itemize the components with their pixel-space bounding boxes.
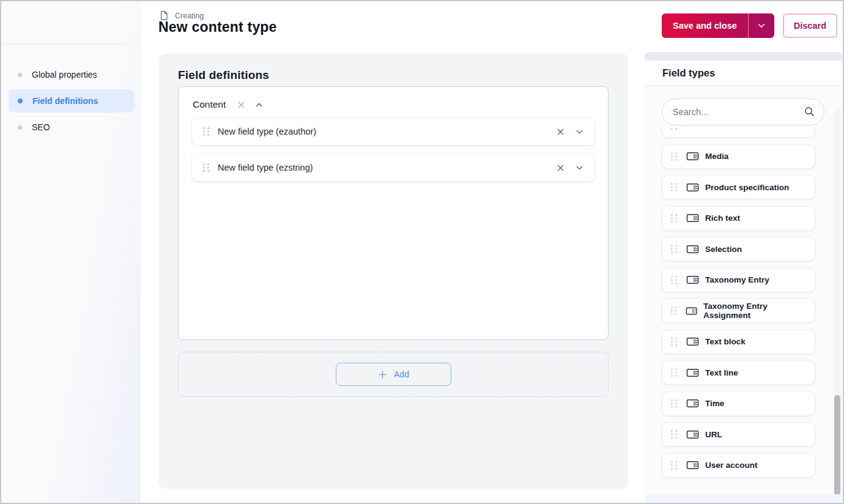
field-type-label: Time — [705, 399, 724, 408]
search-box — [662, 98, 824, 125]
sidebar-item-label: Field definitions — [32, 96, 98, 106]
field-type-label: Selection — [705, 245, 742, 254]
field-type-item-taxonomy-entry[interactable]: Taxonomy Entry — [662, 268, 815, 292]
sidebar-item-label: SEO — [32, 122, 50, 132]
group-name: Content — [193, 99, 226, 110]
field-group-header: Content — [179, 87, 608, 110]
field-type-label: Text line — [705, 368, 738, 377]
search-input[interactable] — [662, 98, 824, 125]
remove-field-icon[interactable] — [555, 127, 566, 137]
field-type-icon — [686, 336, 699, 347]
drag-handle-icon[interactable] — [202, 126, 210, 137]
save-split-button: Save and close — [662, 13, 774, 38]
field-type-label: Taxonomy Entry Assignment — [703, 302, 807, 320]
field-type-icon — [686, 429, 699, 440]
add-button-label: Add — [394, 369, 409, 379]
field-type-icon — [686, 368, 699, 378]
field-type-item-url[interactable]: URL — [662, 422, 815, 447]
sidebar-top-spacer — [1, 1, 141, 45]
field-type-icon — [686, 275, 699, 285]
field-type-item-text-line[interactable]: Text line — [662, 360, 815, 385]
field-type-item-rich-text[interactable]: Rich text — [662, 206, 815, 231]
field-type-icon — [686, 306, 697, 316]
left-sidebar: Global properties Field definitions SEO — [1, 1, 141, 503]
field-type-icon — [686, 244, 699, 254]
field-group-body: New field type (ezauthor) New field type… — [179, 110, 608, 181]
search-icon[interactable] — [804, 106, 815, 117]
drag-handle-icon[interactable] — [670, 127, 678, 131]
field-definition-label: New field type (ezauthor) — [218, 127, 316, 136]
sidebar-item-global-properties[interactable]: Global properties — [9, 63, 135, 86]
add-button[interactable]: Add — [336, 363, 451, 386]
field-type-label: Text block — [705, 337, 746, 346]
sidebar-item-field-definitions[interactable]: Field definitions — [9, 89, 135, 113]
collapse-group-icon[interactable] — [254, 100, 264, 110]
discard-button[interactable]: Discard — [783, 13, 837, 38]
field-definition-row[interactable]: New field type (ezstring) — [192, 154, 594, 181]
chevron-down-icon — [756, 20, 767, 31]
panel-title: Field types — [645, 61, 842, 86]
field-types-panel: Field types Media — [645, 52, 842, 494]
drag-handle-icon[interactable] — [670, 151, 678, 162]
drag-handle-icon[interactable] — [670, 213, 678, 224]
field-type-item-time[interactable]: Time — [662, 391, 815, 416]
field-type-item-text-block[interactable]: Text block — [662, 330, 815, 354]
field-type-icon — [686, 213, 699, 223]
remove-field-icon[interactable] — [555, 163, 566, 173]
section-title: Field definitions — [159, 54, 628, 82]
panel-top-cap — [645, 52, 842, 61]
field-type-item-product-specification[interactable]: Product specification — [662, 175, 815, 199]
field-definition-label: New field type (ezstring) — [218, 163, 313, 172]
field-type-label: Media — [705, 152, 728, 161]
drag-handle-icon[interactable] — [670, 460, 678, 471]
save-and-close-button[interactable]: Save and close — [662, 13, 748, 38]
field-type-label: Product specification — [705, 183, 789, 192]
field-types-list: Media Product specification Rich text — [645, 127, 827, 494]
drag-handle-icon[interactable] — [670, 305, 678, 316]
header-actions: Save and close Discard — [662, 13, 837, 38]
field-type-icon — [686, 151, 699, 161]
expand-field-icon[interactable] — [574, 127, 585, 137]
field-type-label: Taxonomy Entry — [705, 275, 769, 284]
field-type-label: Rich text — [705, 213, 740, 223]
bullet-icon — [18, 98, 23, 103]
panel-bottom-strip — [645, 494, 842, 504]
panel-scrollbar-thumb[interactable] — [834, 395, 840, 494]
field-definitions-card: Field definitions Content New field type… — [159, 54, 628, 489]
anchor-nav: Global properties Field definitions SEO — [1, 45, 141, 139]
sidebar-item-label: Global properties — [32, 70, 97, 80]
drag-handle-icon[interactable] — [202, 162, 210, 173]
field-group-content: Content New field type (ezauthor) New — [178, 86, 609, 340]
field-type-item-partial[interactable] — [662, 127, 815, 138]
drag-handle-icon[interactable] — [670, 398, 678, 409]
drag-handle-icon[interactable] — [670, 429, 678, 440]
top-bar: Creating New content type Save and close… — [141, 1, 843, 51]
drag-handle-icon[interactable] — [670, 243, 678, 254]
field-type-label: User account — [705, 461, 758, 470]
plus-icon — [377, 369, 388, 380]
field-type-item-media[interactable]: Media — [662, 144, 815, 169]
field-type-item-user-account[interactable]: User account — [662, 453, 815, 478]
drag-handle-icon[interactable] — [670, 182, 678, 193]
sidebar-item-seo[interactable]: SEO — [9, 116, 135, 139]
field-type-label: URL — [705, 430, 722, 439]
field-type-icon — [686, 398, 699, 409]
panel-scrollbar-track[interactable] — [834, 109, 842, 494]
panel-body: Media Product specification Rich text — [645, 86, 842, 494]
expand-field-icon[interactable] — [574, 163, 585, 173]
save-options-toggle[interactable] — [748, 13, 774, 38]
page-title: New content type — [158, 19, 277, 35]
content-region: Field definitions Content New field type… — [141, 50, 843, 503]
drag-handle-icon[interactable] — [670, 336, 678, 347]
drag-handle-icon[interactable] — [670, 367, 678, 378]
field-definition-row[interactable]: New field type (ezauthor) — [192, 118, 594, 145]
remove-group-icon[interactable] — [236, 100, 246, 110]
drag-handle-icon[interactable] — [670, 275, 678, 286]
bullet-icon — [18, 125, 22, 130]
field-type-item-selection[interactable]: Selection — [662, 237, 815, 261]
field-type-item-taxonomy-entry-assignment[interactable]: Taxonomy Entry Assignment — [662, 298, 815, 323]
add-group-dropzone: Add — [178, 352, 609, 397]
bullet-icon — [18, 73, 22, 77]
field-type-icon — [686, 182, 699, 193]
field-type-icon — [686, 460, 699, 470]
